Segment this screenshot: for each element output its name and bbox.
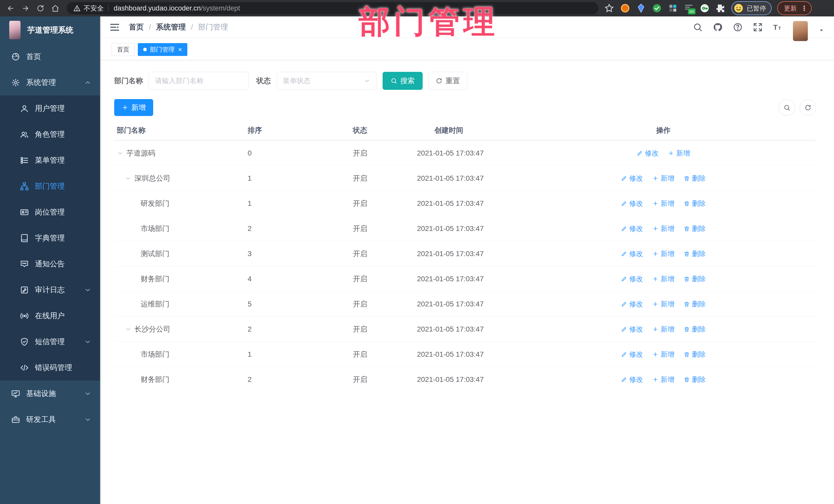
status-select[interactable]: 菜单状态 <box>277 72 376 90</box>
row-add-button[interactable]: 新增 <box>652 174 674 183</box>
sidebar-item-role-management[interactable]: 角色管理 <box>0 122 100 147</box>
address-bar[interactable]: 不安全 dashboard.yudao.iocoder.cn /system/d… <box>67 2 598 14</box>
action-label: 新增 <box>660 350 674 359</box>
row-delete-button[interactable]: 删除 <box>684 300 706 309</box>
row-delete-button[interactable]: 删除 <box>684 224 706 233</box>
dept-name-cell: 测试部门 <box>114 249 240 259</box>
row-edit-button[interactable]: 修改 <box>621 224 643 233</box>
chevron-down-icon[interactable] <box>818 27 825 34</box>
trash-icon <box>684 276 690 282</box>
row-add-button[interactable]: 新增 <box>652 224 674 233</box>
extension-grid-squares-icon[interactable] <box>668 3 678 13</box>
row-edit-button[interactable]: 修改 <box>621 300 643 309</box>
dept-status-cell: 开启 <box>343 249 414 259</box>
user-avatar[interactable] <box>793 21 808 41</box>
sidebar-item-error-code-management[interactable]: 错误码管理 <box>0 355 100 380</box>
row-edit-button[interactable]: 修改 <box>621 375 643 384</box>
dept-created-cell: 2021-01-05 17:03:47 <box>414 350 589 358</box>
extension-green-key-icon[interactable] <box>700 3 710 13</box>
sidebar-item-audit-log[interactable]: 审计日志 <box>0 277 100 303</box>
trash-icon <box>684 351 690 357</box>
toggle-search-button[interactable] <box>778 99 795 116</box>
fullscreen-icon[interactable] <box>753 22 763 32</box>
expand-arrow-icon[interactable] <box>117 150 124 156</box>
breadcrumb-system[interactable]: 系统管理 <box>156 22 186 32</box>
expand-arrow-icon[interactable] <box>125 175 131 182</box>
browser-reload-button[interactable] <box>34 2 47 15</box>
row-delete-button[interactable]: 删除 <box>684 274 706 284</box>
refresh-table-button[interactable] <box>799 99 816 116</box>
row-edit-button[interactable]: 修改 <box>621 174 643 183</box>
row-edit-button[interactable]: 修改 <box>621 199 643 208</box>
sidebar-item-system-management[interactable]: 系统管理 <box>0 69 100 95</box>
tab-dept-management[interactable]: 部门管理 × <box>138 43 187 56</box>
extension-green-check-icon[interactable] <box>652 3 662 13</box>
action-label: 修改 <box>629 325 643 334</box>
row-add-button[interactable]: 新增 <box>652 274 674 284</box>
row-edit-button[interactable]: 修改 <box>621 249 643 258</box>
extension-screen-on-icon[interactable]: on <box>684 3 694 13</box>
sidebar-item-user-management[interactable]: 用户管理 <box>0 95 100 122</box>
sidebar-toggle-icon[interactable] <box>109 22 120 32</box>
row-add-button[interactable]: 新增 <box>652 350 674 359</box>
browser-forward-button[interactable] <box>19 2 32 15</box>
row-delete-button[interactable]: 删除 <box>684 325 706 334</box>
sidebar-item-dict-management[interactable]: 字典管理 <box>0 225 100 251</box>
extension-blue-gem-icon[interactable] <box>636 3 646 13</box>
sidebar-item-dept-management[interactable]: 部门管理 <box>0 173 100 199</box>
breadcrumb-home[interactable]: 首页 <box>129 22 144 32</box>
sidebar-item-infrastructure[interactable]: 基础设施 <box>0 380 100 407</box>
search-button[interactable]: 搜索 <box>382 72 423 90</box>
security-warning-label[interactable]: 不安全 <box>84 4 104 13</box>
close-icon[interactable]: × <box>178 46 182 53</box>
infrastructure-icon <box>11 389 20 398</box>
row-delete-button[interactable]: 删除 <box>684 174 706 183</box>
font-size-icon[interactable]: TT <box>773 22 783 32</box>
row-delete-button[interactable]: 删除 <box>684 249 706 258</box>
row-add-button[interactable]: 新增 <box>652 199 674 208</box>
row-add-button[interactable]: 新增 <box>652 249 674 258</box>
plus-icon <box>652 251 658 257</box>
sidebar-item-sms-management[interactable]: 短信管理 <box>0 329 100 355</box>
browser-update-button[interactable]: 更新 <box>777 1 812 15</box>
sidebar-item-online-users[interactable]: 在线用户 <box>0 303 100 329</box>
row-add-button[interactable]: 新增 <box>652 375 674 384</box>
row-edit-button[interactable]: 修改 <box>621 350 643 359</box>
row-add-button[interactable]: 新增 <box>652 325 674 334</box>
app-logo[interactable]: 芋道管理系统 <box>0 17 100 44</box>
github-icon[interactable] <box>713 22 723 32</box>
bookmark-star-icon[interactable] <box>604 3 614 13</box>
help-icon[interactable] <box>733 22 743 32</box>
add-dept-button[interactable]: 新增 <box>114 99 153 116</box>
browser-back-button[interactable] <box>4 2 17 15</box>
dept-sort-cell: 3 <box>240 250 343 258</box>
browser-profile-chip[interactable]: 已暂停 <box>731 1 772 15</box>
row-edit-button[interactable]: 修改 <box>621 325 643 334</box>
sidebar-item-dev-tools[interactable]: 研发工具 <box>0 407 100 432</box>
sidebar-item-label: 在线用户 <box>35 311 65 321</box>
reset-button[interactable]: 重置 <box>428 72 467 90</box>
row-delete-button[interactable]: 删除 <box>684 199 706 208</box>
sidebar-item-notice-announcement[interactable]: 通知公告 <box>0 251 100 277</box>
table-body: 芋道源码 0 开启 2021-01-05 17:03:47 修改新增 深圳总公司… <box>114 140 816 392</box>
sidebar-item-post-management[interactable]: 岗位管理 <box>0 199 100 225</box>
vertical-dots-icon[interactable] <box>801 5 808 12</box>
row-edit-button[interactable]: 修改 <box>637 149 659 158</box>
dept-name-input[interactable] <box>149 72 249 90</box>
expand-arrow-icon[interactable] <box>125 326 131 333</box>
sidebar-item-home[interactable]: 首页 <box>0 44 100 69</box>
row-edit-button[interactable]: 修改 <box>621 274 643 284</box>
browser-home-button[interactable] <box>49 2 62 15</box>
row-add-button[interactable]: 新增 <box>668 149 690 158</box>
extension-orange-ring-icon[interactable] <box>620 3 630 13</box>
row-add-button[interactable]: 新增 <box>652 300 674 309</box>
tab-home[interactable]: 首页 <box>112 43 135 56</box>
row-delete-button[interactable]: 删除 <box>684 350 706 359</box>
sidebar-item-menu-management[interactable]: 菜单管理 <box>0 147 100 173</box>
sidebar-item-label: 错误码管理 <box>35 363 72 373</box>
row-delete-button[interactable]: 删除 <box>684 375 706 384</box>
dept-sort-cell: 2 <box>240 325 343 333</box>
search-icon[interactable] <box>693 22 703 32</box>
extension-puzzle-icon[interactable] <box>716 3 726 13</box>
dept-status-cell: 开启 <box>343 375 414 385</box>
